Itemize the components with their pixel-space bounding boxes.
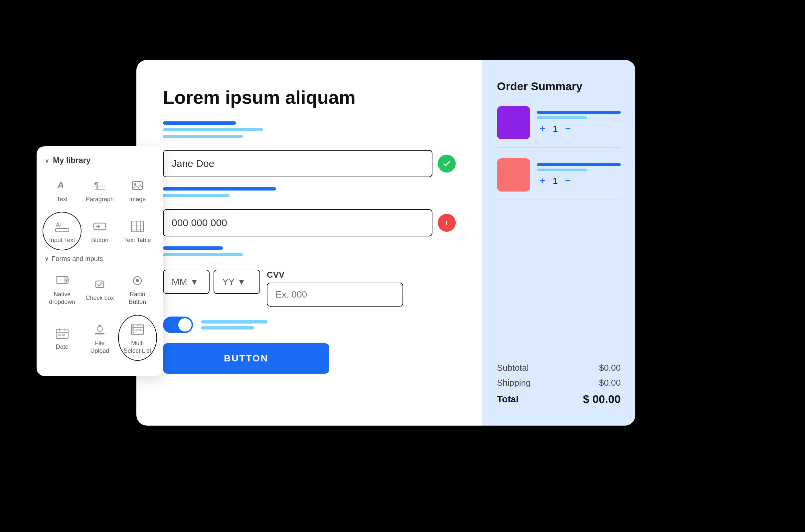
cvv-group: CVV — [267, 270, 403, 307]
line-group-2 — [163, 187, 456, 197]
card-input[interactable] — [163, 209, 432, 236]
scene: Lorem ipsum aliquam — [37, 33, 768, 499]
expiry-cvv-row: MM ▾ YY ▾ CVV — [163, 270, 456, 307]
success-icon — [438, 155, 456, 173]
lib-item-text[interactable]: A Text — [44, 173, 79, 207]
lib-dropdown-label: Native dropdown — [47, 291, 77, 306]
svg-point-21 — [136, 279, 139, 282]
svg-rect-11 — [131, 221, 143, 232]
name-input-row — [163, 150, 456, 177]
section-divider-forms: ∨ Forms and inputs — [44, 255, 155, 263]
lib-item-input-text[interactable]: AI Input Text — [44, 214, 79, 248]
text-icon: A — [54, 178, 71, 193]
lib-multiselect-label: Multi Select List — [123, 340, 152, 355]
svg-point-36 — [132, 325, 134, 327]
lib-text-label: Text — [57, 195, 68, 203]
toggle-switch[interactable] — [163, 317, 193, 333]
svg-point-38 — [132, 331, 134, 334]
item-swatch-coral — [497, 158, 530, 191]
lib-item-image[interactable]: Image — [120, 173, 155, 207]
expiry-fields: MM ▾ YY ▾ — [163, 270, 260, 294]
order-item-1: + 1 − — [497, 106, 621, 148]
toggle-line-1 — [201, 320, 267, 324]
library-row-3: Native dropdown Check box — [44, 268, 155, 310]
item-info-1: + 1 − — [537, 111, 621, 134]
lib-item-dropdown[interactable]: Native dropdown — [44, 268, 79, 310]
paragraph-icon: ¶ — [92, 178, 108, 193]
radio-icon — [129, 273, 146, 288]
qty-minus-1[interactable]: − — [562, 123, 574, 134]
dropdown-icon — [54, 273, 71, 288]
svg-text:AI: AI — [56, 221, 62, 228]
lib-date-label: Date — [56, 343, 69, 351]
qty-value-2: 1 — [553, 176, 558, 186]
shipping-label: Shipping — [497, 378, 530, 388]
cvv-input[interactable] — [267, 283, 403, 307]
svg-rect-17 — [64, 277, 68, 283]
svg-rect-19 — [96, 281, 104, 288]
lib-checkbox-label: Check box — [86, 294, 114, 302]
error-icon: ! — [438, 214, 456, 232]
qty-control-2: + 1 − — [537, 175, 621, 187]
item-line-2a — [537, 163, 621, 166]
item-line-1b — [537, 116, 587, 119]
submit-button[interactable]: BUTTON — [163, 343, 329, 374]
toggle-label-lines — [201, 320, 267, 329]
item-line-2b — [537, 169, 587, 171]
qty-plus-1[interactable]: + — [537, 123, 548, 134]
total-value: $ 00.00 — [583, 393, 621, 406]
month-value: MM — [172, 277, 187, 287]
lib-item-checkbox[interactable]: Check box — [82, 268, 117, 310]
library-header: ∨ My library — [44, 156, 155, 165]
order-totals: Subtotal $0.00 Shipping $0.00 Total $ 00… — [497, 363, 621, 406]
lib-item-date[interactable]: Date — [44, 317, 79, 359]
lib-item-multiselect[interactable]: Multi Select List — [120, 317, 155, 359]
form-content: Lorem ipsum aliquam — [136, 60, 482, 425]
line-group-3 — [163, 246, 456, 256]
item-swatch-purple — [497, 106, 530, 139]
multiselect-icon — [129, 322, 146, 337]
year-chevron: ▾ — [239, 276, 244, 287]
lib-item-upload[interactable]: File Upload — [82, 317, 117, 359]
svg-text:!: ! — [446, 220, 448, 226]
month-select[interactable]: MM ▾ — [163, 270, 210, 294]
forms-section-label: Forms and inputs — [52, 255, 103, 263]
svg-rect-22 — [56, 329, 68, 339]
item-info-2: + 1 − — [537, 163, 621, 187]
month-chevron: ▾ — [192, 276, 196, 287]
svg-point-6 — [134, 183, 136, 185]
lib-item-radio[interactable]: Radio Button — [120, 268, 155, 310]
lib-upload-label: File Upload — [85, 340, 114, 355]
main-card: Lorem ipsum aliquam — [136, 60, 635, 425]
lib-paragraph-label: Paragraph — [86, 195, 114, 203]
cvv-label: CVV — [267, 270, 403, 280]
subtotal-value: $0.00 — [599, 363, 621, 373]
svg-rect-27 — [62, 334, 65, 336]
lib-item-button[interactable]: Button — [82, 214, 117, 248]
decorative-line-cyan-1 — [163, 128, 263, 131]
lib-item-text-table[interactable]: Text Table — [120, 214, 155, 248]
text-table-icon — [129, 219, 146, 234]
svg-text:¶: ¶ — [94, 180, 99, 190]
qty-plus-2[interactable]: + — [537, 175, 548, 187]
library-row-4: Date File Upload — [44, 317, 155, 359]
line-group-1 — [163, 121, 456, 138]
subtotal-row: Subtotal $0.00 — [497, 363, 621, 373]
year-select[interactable]: YY ▾ — [213, 270, 260, 294]
lib-radio-label: Radio Button — [123, 291, 152, 306]
library-title: My library — [53, 156, 91, 165]
svg-point-28 — [97, 326, 102, 331]
subtotal-label: Subtotal — [497, 363, 528, 373]
expiry-group: MM ▾ YY ▾ — [163, 270, 260, 294]
lib-item-paragraph[interactable]: ¶ Paragraph — [82, 173, 117, 207]
year-value: YY — [222, 277, 235, 287]
toggle-thumb — [178, 318, 192, 331]
name-input[interactable] — [163, 150, 432, 177]
upload-icon — [92, 322, 108, 337]
image-icon — [129, 178, 146, 193]
qty-minus-2[interactable]: − — [562, 175, 574, 187]
shipping-value: $0.00 — [599, 378, 621, 388]
item-line-1a — [537, 111, 621, 114]
order-item-2: + 1 − — [497, 158, 621, 200]
decorative-line-cyan-2 — [163, 135, 243, 138]
